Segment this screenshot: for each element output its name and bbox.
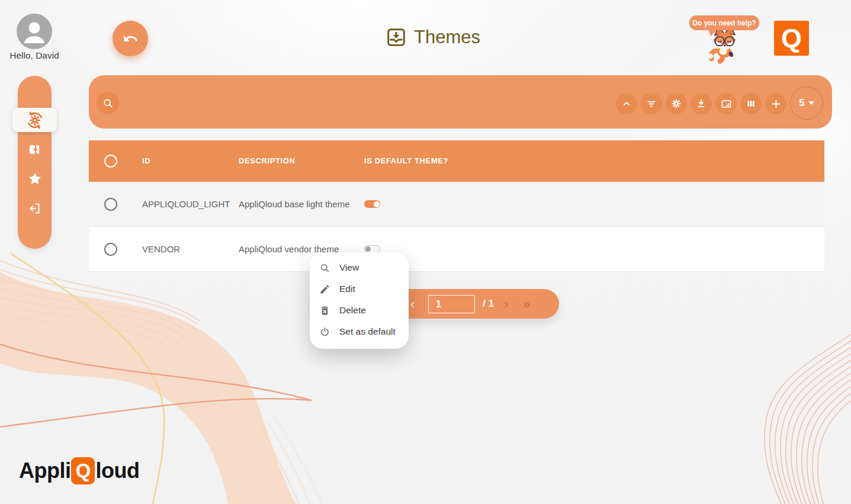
- logo-text-post: loud: [95, 458, 139, 483]
- help-bubble-text: Do you need help?: [692, 19, 756, 27]
- collapse-button[interactable]: [616, 93, 637, 114]
- power-icon: [319, 326, 330, 338]
- menu-item-label: Delete: [339, 305, 366, 316]
- menu-item-label: View: [339, 262, 359, 273]
- last-page-icon[interactable]: »: [523, 289, 530, 319]
- gear-icon: [670, 98, 682, 110]
- app-window: Hello, David Themes Do you need help?: [0, 0, 851, 504]
- cards-icon: [28, 143, 41, 156]
- sidebar: [18, 76, 52, 249]
- logo-text-pre: Appli: [19, 458, 70, 483]
- column-header-is-default: IS DEFAULT THEME?: [364, 140, 448, 182]
- columns-icon: [745, 98, 757, 110]
- trash-icon: [319, 305, 330, 316]
- page-size-dropdown[interactable]: 5: [790, 86, 823, 120]
- download-button[interactable]: [691, 93, 712, 114]
- user-avatar[interactable]: [17, 14, 52, 49]
- person-icon: [17, 14, 52, 49]
- themes-icon: [386, 27, 406, 47]
- filter-icon: [646, 98, 657, 110]
- pencil-icon: [319, 284, 330, 295]
- row-id: APPLIQLOUD_LIGHT: [142, 182, 230, 227]
- column-header-description: DESCRIPTION: [239, 140, 295, 182]
- sidebar-item-favorites[interactable]: [18, 165, 52, 193]
- menu-item-edit[interactable]: Edit: [310, 278, 409, 300]
- add-button[interactable]: [765, 93, 786, 114]
- star-icon: [27, 171, 43, 187]
- filter-button[interactable]: [641, 93, 662, 114]
- undo-icon: [123, 31, 139, 47]
- table-toolbar: 5: [89, 75, 832, 129]
- page-number-input[interactable]: [428, 295, 475, 313]
- fit-screen-icon: [720, 98, 733, 110]
- previous-page-icon[interactable]: ‹: [410, 289, 415, 319]
- exit-icon: [28, 201, 42, 216]
- column-header-id: ID: [142, 140, 150, 182]
- settings-button[interactable]: [666, 93, 687, 114]
- menu-item-label: Edit: [339, 284, 355, 294]
- table-row[interactable]: VENDOR AppliQloud vendor theme: [89, 227, 824, 272]
- brand-q-logo: Q: [774, 21, 809, 56]
- chevron-up-icon: [621, 98, 632, 110]
- sidebar-item-logout[interactable]: [18, 194, 52, 223]
- search-button[interactable]: [97, 92, 119, 114]
- user-greeting: Hello, David: [6, 50, 63, 61]
- appliqloud-logo: Appli Q loud: [19, 457, 139, 484]
- next-page-icon[interactable]: ›: [504, 289, 508, 319]
- help-bubble[interactable]: Do you need help?: [689, 15, 759, 30]
- sidebar-item-cards[interactable]: [18, 135, 52, 163]
- search-icon: [319, 262, 330, 274]
- table-header: ID DESCRIPTION IS DEFAULT THEME?: [89, 140, 824, 182]
- download-icon: [695, 98, 707, 110]
- row-description: AppliQloud base light theme: [239, 182, 350, 227]
- menu-item-view[interactable]: View: [310, 257, 409, 278]
- page-size-value: 5: [799, 97, 804, 109]
- select-all-radio[interactable]: [104, 155, 117, 168]
- total-pages-label: / 1: [483, 289, 494, 319]
- brand-q-letter: Q: [781, 23, 802, 54]
- page-title: Themes: [386, 27, 480, 48]
- is-default-toggle-on[interactable]: [364, 200, 380, 208]
- row-context-menu: View Edit Delete Set as default: [310, 252, 409, 349]
- menu-item-delete[interactable]: Delete: [310, 300, 409, 321]
- row-radio[interactable]: [104, 243, 117, 256]
- columns-button[interactable]: [740, 93, 762, 114]
- sidebar-item-settings-active[interactable]: [12, 108, 57, 132]
- back-button[interactable]: [113, 21, 148, 56]
- sync-gear-icon: [25, 111, 44, 130]
- plus-icon: [770, 98, 782, 110]
- page-title-text: Themes: [414, 27, 480, 48]
- row-radio[interactable]: [104, 198, 117, 211]
- search-icon: [102, 97, 114, 110]
- chevron-down-icon: [808, 101, 814, 105]
- table-row[interactable]: APPLIQLOUD_LIGHT AppliQloud base light t…: [89, 182, 824, 227]
- menu-item-label: Set as default: [339, 326, 396, 337]
- row-id: VENDOR: [142, 227, 180, 272]
- menu-item-set-default[interactable]: Set as default: [310, 321, 409, 342]
- fit-screen-button[interactable]: [715, 93, 737, 114]
- logo-q-badge: Q: [71, 457, 95, 484]
